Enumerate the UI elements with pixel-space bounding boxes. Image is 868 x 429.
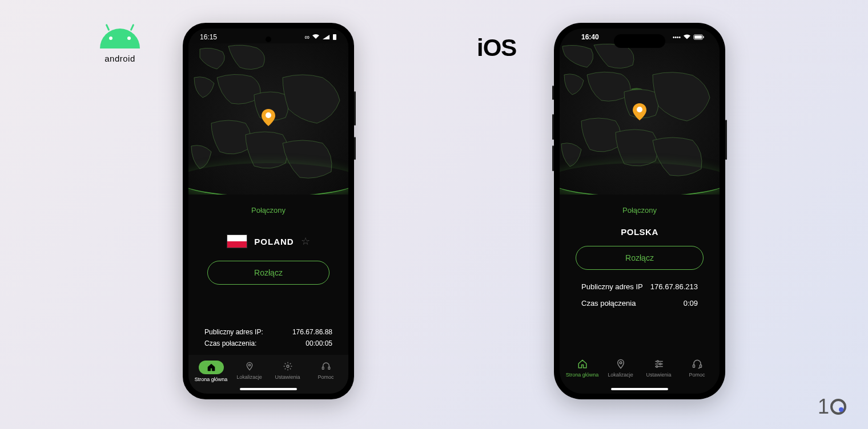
ip-value: 176.67.86.213 [650, 282, 698, 291]
country-selector[interactable]: POLAND ☆ [199, 234, 338, 248]
status-icons: •••• [673, 34, 705, 41]
duration-value: 0:09 [684, 299, 698, 307]
home-indicator[interactable] [611, 388, 668, 390]
status-time: 16:15 [200, 33, 217, 41]
poland-flag-icon [227, 234, 247, 248]
nav-help[interactable]: Pomoc [678, 358, 716, 378]
nav-home[interactable]: Strona główna [192, 361, 230, 382]
svg-rect-8 [703, 36, 704, 38]
duration-label: Czas połączenia [581, 299, 636, 307]
map-area[interactable] [188, 43, 348, 195]
svg-point-2 [248, 364, 250, 366]
svg-rect-7 [694, 35, 702, 38]
status-icons: ∞ [304, 33, 337, 41]
svg-point-10 [620, 362, 622, 364]
android-logo: android [100, 29, 140, 63]
connection-status: Połączony [199, 206, 338, 214]
svg-point-16 [656, 366, 657, 367]
svg-rect-4 [322, 367, 324, 369]
svg-point-12 [657, 361, 658, 362]
gear-icon [282, 361, 294, 372]
nav-locations[interactable]: Lokalizacje [601, 358, 640, 378]
svg-point-14 [659, 363, 661, 365]
duration-label: Czas połaczenia: [204, 339, 256, 347]
svg-rect-18 [700, 365, 701, 368]
nav-home[interactable]: Strona główna [563, 358, 601, 378]
location-icon [615, 358, 626, 370]
country-selector[interactable]: POLSKA [570, 227, 709, 237]
home-icon [577, 358, 588, 370]
nav-settings[interactable]: Ustawienia [268, 361, 307, 382]
headset-icon [692, 358, 703, 370]
nav-settings[interactable]: Ustawienia [640, 358, 678, 378]
country-name: POLAND [254, 237, 294, 246]
nav-help[interactable]: Pomoc [307, 361, 345, 382]
location-pin-icon [633, 103, 646, 120]
ios-device: 16:40 •••• [554, 23, 725, 399]
home-icon [199, 361, 224, 374]
status-time: 16:40 [581, 33, 599, 41]
ios-logo: iOS [477, 34, 516, 62]
country-name: POLSKA [621, 227, 658, 237]
svg-rect-17 [693, 365, 694, 368]
brand-logo: 1 [818, 395, 846, 419]
duration-value: 00:00:05 [306, 339, 332, 347]
svg-rect-5 [328, 367, 330, 369]
sliders-icon [653, 358, 665, 370]
disconnect-button[interactable]: Rozłącz [576, 246, 704, 270]
favorite-star-icon[interactable]: ☆ [301, 235, 310, 248]
android-label: android [100, 54, 140, 63]
map-area[interactable] [560, 43, 720, 195]
connection-status: Połączony [570, 206, 709, 214]
svg-point-9 [637, 107, 642, 112]
svg-rect-0 [333, 34, 336, 40]
ip-label: Publiczny adres IP: [204, 328, 263, 336]
svg-point-1 [266, 112, 271, 118]
ip-label: Publiczny adres IP [581, 282, 643, 291]
ip-value: 176.67.86.88 [292, 328, 332, 336]
svg-point-3 [287, 365, 289, 367]
android-device: 16:15 ∞ [183, 23, 354, 399]
disconnect-button[interactable]: Rozłącz [207, 261, 330, 285]
location-icon [244, 361, 255, 372]
nav-locations[interactable]: Lokalizacje [230, 361, 268, 382]
headset-icon [320, 361, 332, 372]
location-pin-icon [262, 109, 275, 126]
home-indicator[interactable] [240, 388, 297, 390]
